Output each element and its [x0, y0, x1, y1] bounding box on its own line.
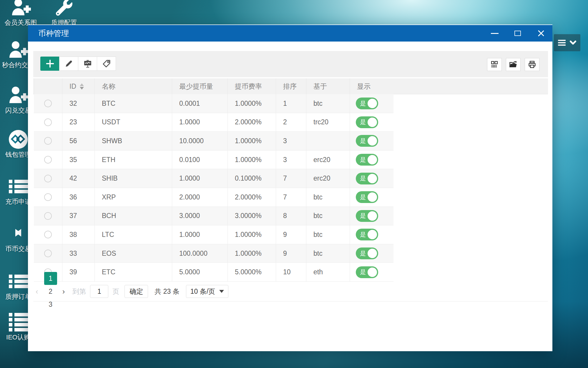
row-select-radio[interactable] — [44, 118, 52, 126]
toggle-knob — [368, 192, 377, 202]
display-toggle[interactable]: 是 — [356, 229, 378, 240]
cell-sort: 3 — [276, 132, 306, 150]
add-button[interactable] — [40, 57, 59, 71]
cell-fee: 3.0000% — [227, 207, 276, 225]
header-fee: 提币费率 — [227, 78, 276, 94]
quick-settings-panel[interactable] — [554, 34, 580, 51]
cell-sort: 7 — [276, 188, 306, 207]
tag-button[interactable] — [97, 57, 116, 71]
chevron-down-icon[interactable] — [570, 39, 576, 46]
header-id[interactable]: ID — [62, 78, 94, 94]
toggle-label: 是 — [360, 118, 366, 126]
wallet-logo-icon — [9, 130, 28, 149]
table-row-eos: 33EOS100.00001.0000%9btc是 — [34, 244, 393, 263]
cell-sort: 3 — [276, 151, 306, 169]
cell-display: 是 — [350, 188, 393, 207]
columns-button[interactable] — [487, 58, 502, 71]
cell-sort: 10 — [276, 263, 306, 281]
display-toggle[interactable]: 是 — [356, 135, 378, 147]
cell-id: 38 — [62, 225, 94, 244]
cell-base: btc — [306, 207, 350, 225]
export-button[interactable] — [506, 58, 521, 71]
pencil-icon — [65, 60, 73, 68]
row-select-radio[interactable] — [44, 156, 52, 164]
display-toggle[interactable]: 是 — [356, 98, 378, 109]
desktop-icon-2[interactable]: 质押配置 — [46, 0, 82, 27]
display-toggle[interactable]: 是 — [356, 116, 378, 128]
row-select-radio[interactable] — [44, 175, 52, 182]
sort-icon[interactable] — [80, 83, 84, 90]
minimize-button[interactable] — [489, 27, 501, 39]
list-icon — [9, 273, 28, 290]
next-page-button[interactable]: › — [61, 287, 67, 296]
table-row-shib: 42SHIB1.00000.1000%7erc20是 — [34, 169, 393, 188]
page-button-3[interactable]: 3 — [44, 298, 57, 311]
cell-name: SHWB — [94, 132, 172, 150]
cell-min-withdraw: 1.0000 — [172, 225, 227, 244]
cell-id: 32 — [62, 94, 94, 113]
cell-base: btc — [306, 94, 350, 113]
goto-page-input[interactable] — [90, 285, 108, 298]
toggle-knob — [368, 99, 377, 108]
cell-base: trc20 — [306, 113, 350, 132]
display-toggle[interactable]: 是 — [356, 154, 378, 166]
desktop-background: 会员关系图质押配置 秒合约交易闪兑交易钱包管理充币申请币币交易质押订单IEO认购… — [0, 0, 588, 368]
confirm-button[interactable]: 确定 — [124, 285, 148, 298]
row-select-radio[interactable] — [44, 100, 52, 107]
maximize-button[interactable] — [512, 27, 524, 39]
page-button-1[interactable]: 1 — [44, 272, 57, 285]
cell-id: 39 — [62, 263, 94, 281]
toggle-knob — [368, 118, 377, 127]
cell-display: 是 — [350, 113, 393, 132]
page-size-select[interactable]: 10 条/页 — [186, 285, 228, 298]
window-titlebar: 币种管理 — [28, 25, 552, 42]
board-button[interactable] — [78, 57, 97, 71]
toggle-knob — [368, 136, 377, 146]
goto-prefix-label: 到第 — [72, 287, 86, 296]
print-button[interactable] — [525, 58, 539, 71]
window-body: ID名称最少提币量提币费率排序基于显示 32BTC0.00011.0000%1b… — [28, 42, 552, 351]
row-select-radio[interactable] — [44, 137, 52, 145]
close-button[interactable] — [535, 27, 547, 39]
page-button-2[interactable]: 2 — [44, 285, 57, 298]
display-toggle[interactable]: 是 — [356, 191, 378, 203]
display-toggle[interactable]: 是 — [356, 247, 378, 259]
cell-min-withdraw: 0.0001 — [172, 94, 227, 113]
display-toggle[interactable]: 是 — [356, 266, 378, 278]
toggle-label: 是 — [360, 156, 366, 164]
list-icon — [9, 178, 28, 195]
display-toggle[interactable]: 是 — [356, 173, 378, 184]
cell-sort: 8 — [276, 207, 306, 225]
cell-display: 是 — [350, 263, 393, 281]
toggle-label: 是 — [360, 268, 366, 276]
row-select-radio[interactable] — [44, 193, 52, 201]
menu-icon[interactable] — [558, 39, 566, 47]
table-row-etc: 39ETC5.00005.0000%10eth是 — [34, 263, 393, 282]
cell-name: XRP — [94, 188, 172, 207]
toggle-knob — [368, 268, 377, 277]
tag-icon — [102, 59, 111, 68]
row-select-radio[interactable] — [44, 212, 52, 220]
toggle-label: 是 — [360, 100, 366, 108]
cell-display: 是 — [350, 132, 393, 150]
select-caret-icon — [219, 290, 224, 293]
cell-select — [34, 169, 62, 188]
toolbar — [33, 51, 548, 77]
cell-sort: 2 — [276, 113, 306, 132]
cell-min-withdraw: 5.0000 — [172, 263, 227, 281]
cell-base: eth — [306, 263, 350, 281]
edit-button[interactable] — [59, 57, 78, 71]
columns-icon — [490, 60, 499, 69]
prev-page-button[interactable]: ‹ — [34, 287, 40, 296]
row-select-radio[interactable] — [44, 250, 52, 257]
cell-fee: 1.0000% — [227, 151, 276, 169]
cell-base — [306, 132, 350, 150]
display-toggle[interactable]: 是 — [356, 210, 378, 222]
presentation-chart-icon — [83, 59, 92, 68]
cell-fee: 1.0000% — [227, 132, 276, 150]
goto-suffix-label: 页 — [112, 287, 119, 296]
cell-sort: 9 — [276, 225, 306, 244]
row-select-radio[interactable] — [44, 231, 52, 238]
cell-select — [34, 207, 62, 225]
desktop-icon-1[interactable]: 会员关系图 — [2, 0, 39, 27]
